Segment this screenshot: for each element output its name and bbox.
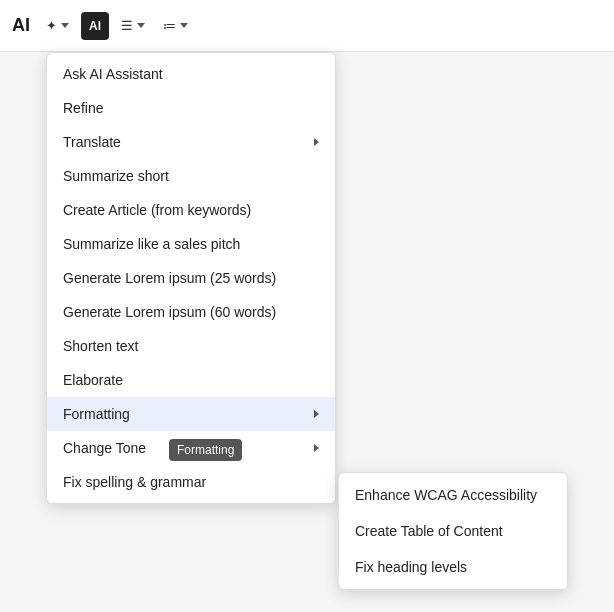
ai-logo: AI bbox=[12, 15, 30, 36]
menu-item-summarize-short-label: Summarize short bbox=[63, 168, 169, 184]
ai-icon-button[interactable]: AI bbox=[81, 12, 109, 40]
translate-submenu-icon bbox=[314, 138, 319, 146]
change-tone-submenu-icon bbox=[314, 444, 319, 452]
menu-item-fix-spelling[interactable]: Fix spelling & grammar bbox=[47, 465, 335, 499]
menu-item-refine-label: Refine bbox=[63, 100, 103, 116]
menu-item-create-article-label: Create Article (from keywords) bbox=[63, 202, 251, 218]
menu-item-lorem-25[interactable]: Generate Lorem ipsum (25 words) bbox=[47, 261, 335, 295]
menu-item-translate-label: Translate bbox=[63, 134, 121, 150]
menu-item-shorten-text-label: Shorten text bbox=[63, 338, 139, 354]
ai-icon-label: AI bbox=[89, 19, 101, 33]
list-chevron-icon bbox=[137, 23, 145, 28]
list-button[interactable]: ☰ bbox=[115, 14, 151, 37]
menu-item-formatting[interactable]: Formatting Formatting bbox=[47, 397, 335, 431]
ordered-chevron-icon bbox=[180, 23, 188, 28]
menu-item-lorem-60-label: Generate Lorem ipsum (60 words) bbox=[63, 304, 276, 320]
menu-item-shorten-text[interactable]: Shorten text bbox=[47, 329, 335, 363]
submenu-item-create-toc-label: Create Table of Content bbox=[355, 523, 503, 539]
menu-item-lorem-25-label: Generate Lorem ipsum (25 words) bbox=[63, 270, 276, 286]
wand-icon: ✦ bbox=[46, 18, 57, 33]
menu-item-refine[interactable]: Refine bbox=[47, 91, 335, 125]
menu-item-ask-ai[interactable]: Ask AI Assistant bbox=[47, 57, 335, 91]
menu-item-ask-ai-label: Ask AI Assistant bbox=[63, 66, 163, 82]
menu-item-change-tone-label: Change Tone bbox=[63, 440, 146, 456]
submenu-item-fix-heading[interactable]: Fix heading levels bbox=[339, 549, 567, 585]
menu-item-elaborate-label: Elaborate bbox=[63, 372, 123, 388]
toolbar: AI ✦ AI ☰ ≔ bbox=[0, 0, 614, 52]
wand-button[interactable]: ✦ bbox=[40, 14, 75, 37]
dropdown-container: Ask AI Assistant Refine Translate Summar… bbox=[46, 52, 568, 590]
formatting-submenu-icon bbox=[314, 410, 319, 418]
list-icon: ☰ bbox=[121, 18, 133, 33]
menu-item-summarize-sales[interactable]: Summarize like a sales pitch bbox=[47, 227, 335, 261]
menu-item-fix-spelling-label: Fix spelling & grammar bbox=[63, 474, 206, 490]
menu-item-formatting-label: Formatting bbox=[63, 406, 130, 422]
menu-item-create-article[interactable]: Create Article (from keywords) bbox=[47, 193, 335, 227]
submenu-item-fix-heading-label: Fix heading levels bbox=[355, 559, 467, 575]
ordered-list-button[interactable]: ≔ bbox=[157, 14, 194, 37]
menu-item-summarize-sales-label: Summarize like a sales pitch bbox=[63, 236, 240, 252]
submenu-item-enhance-wcag[interactable]: Enhance WCAG Accessibility bbox=[339, 477, 567, 513]
main-menu: Ask AI Assistant Refine Translate Summar… bbox=[46, 52, 336, 504]
formatting-submenu: Enhance WCAG Accessibility Create Table … bbox=[338, 472, 568, 590]
menu-item-change-tone[interactable]: Change Tone bbox=[47, 431, 335, 465]
ordered-list-icon: ≔ bbox=[163, 18, 176, 33]
menu-item-lorem-60[interactable]: Generate Lorem ipsum (60 words) bbox=[47, 295, 335, 329]
menu-item-elaborate[interactable]: Elaborate bbox=[47, 363, 335, 397]
submenu-item-enhance-wcag-label: Enhance WCAG Accessibility bbox=[355, 487, 537, 503]
wand-chevron-icon bbox=[61, 23, 69, 28]
menu-item-translate[interactable]: Translate bbox=[47, 125, 335, 159]
submenu-item-create-toc[interactable]: Create Table of Content bbox=[339, 513, 567, 549]
menu-item-summarize-short[interactable]: Summarize short bbox=[47, 159, 335, 193]
